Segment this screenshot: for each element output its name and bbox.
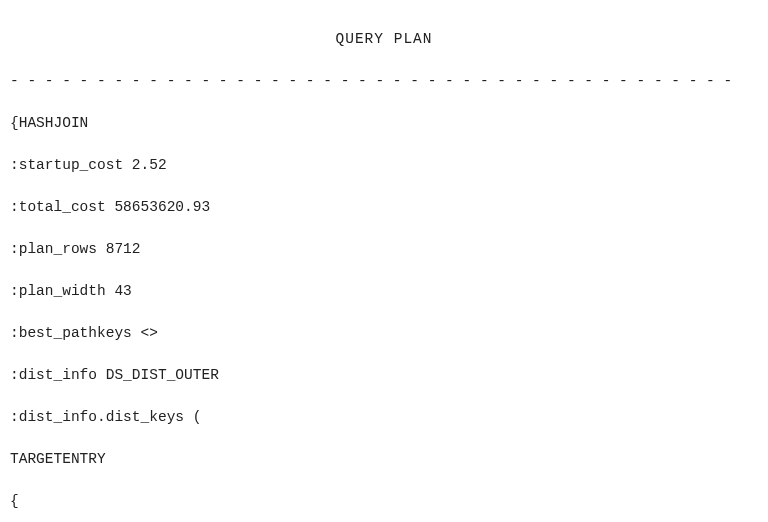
plan-title: QUERY PLAN [10,29,758,50]
plan-line: :best_pathkeys <> [10,323,758,344]
plan-line: { [10,491,758,512]
plan-line: :total_cost 58653620.93 [10,197,758,218]
plan-line: :dist_info DS_DIST_OUTER [10,365,758,386]
query-plan-output: QUERY PLAN - - - - - - - - - - - - - - -… [0,0,768,522]
plan-line: TARGETENTRY [10,449,758,470]
separator-line: - - - - - - - - - - - - - - - - - - - - … [10,71,758,92]
plan-line: :startup_cost 2.52 [10,155,758,176]
plan-line: :plan_width 43 [10,281,758,302]
plan-line: :plan_rows 8712 [10,239,758,260]
plan-line: {HASHJOIN [10,113,758,134]
plan-line: :dist_info.dist_keys ( [10,407,758,428]
